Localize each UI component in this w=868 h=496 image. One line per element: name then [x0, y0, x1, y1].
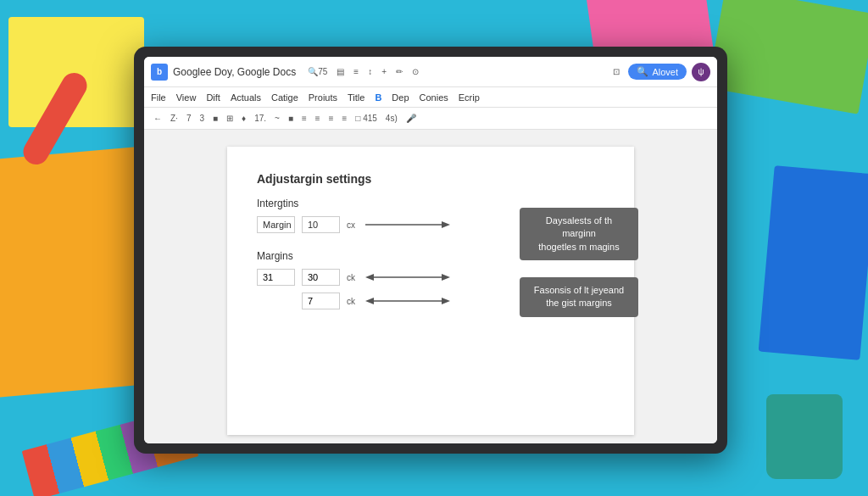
section1-unit: cx [347, 220, 355, 230]
menu-title[interactable]: Title [348, 92, 364, 103]
section1-label-field: Margin [257, 216, 295, 233]
section2-unit2: ck [347, 297, 355, 306]
menu-dep[interactable]: Dep [392, 92, 409, 103]
ts-3[interactable]: 3 [197, 113, 207, 124]
search-label: Alovet [652, 67, 678, 77]
section2-val2[interactable]: 30 [302, 269, 340, 286]
menu-catige[interactable]: Catige [271, 92, 298, 103]
menu-ecrip[interactable]: Ecrip [459, 92, 480, 103]
menu-file[interactable]: File [151, 92, 166, 103]
format-btn1[interactable]: ▤ [333, 65, 348, 78]
ts-align4[interactable]: ≡ [340, 113, 350, 124]
font-bold-b[interactable]: B [375, 92, 381, 103]
format-btn4[interactable]: + [378, 65, 390, 78]
search-icon: 🔍 [637, 66, 648, 77]
ts-back[interactable]: ← [151, 113, 164, 124]
search-button[interactable]: 🔍 Alovet [628, 64, 687, 80]
menu-bar: File View Dift Actuals Catige Proiuts Ti… [144, 87, 717, 108]
ts-undo[interactable]: Z· [168, 113, 181, 124]
doc-heading: Adjustargin settings [257, 172, 604, 186]
menu-actuals[interactable]: Actuals [231, 92, 261, 103]
svg-marker-7 [442, 298, 450, 304]
doc-page: Adjustargin settings Intergtins Margin 1… [227, 147, 634, 435]
tooltip-box-1: Daysalests of th marginn thogetles m mag… [520, 208, 638, 260]
doc-title: Googlee Doy, Google Docs [173, 66, 296, 78]
ts-diamond[interactable]: ♦ [239, 113, 248, 124]
ts-grid[interactable]: ⊞ [224, 113, 236, 124]
menu-proiuts[interactable]: Proiuts [309, 92, 337, 103]
section1-arrow [365, 219, 450, 231]
tooltip-box-2: Fasonsis of lt jeyeand the gist margins [520, 277, 638, 317]
section2-val1[interactable]: 31 [257, 269, 295, 286]
section2-val3[interactable]: 7 [302, 293, 340, 309]
menu-dift[interactable]: Dift [206, 92, 220, 103]
svg-marker-5 [365, 298, 374, 304]
doc-area: Adjustargin settings Intergtins Margin 1… [144, 130, 717, 443]
window-btn[interactable]: ⊡ [609, 65, 623, 78]
section2-arrow2 [365, 295, 450, 307]
format-btn3[interactable]: ↕ [364, 65, 376, 78]
device-frame: b Googlee Doy, Google Docs 🔍 75 ▤ ≡ ↕ + … [134, 47, 727, 454]
zoom-icon: 🔍 [308, 67, 318, 76]
toolbar-icons: 🔍 75 ▤ ≡ ↕ + ✏ ⊙ [304, 65, 422, 78]
section2-arrow1 [365, 271, 450, 283]
bg-green [708, 0, 868, 114]
ts-17[interactable]: 17. [252, 113, 269, 124]
format-btn5[interactable]: ✏ [392, 65, 406, 78]
zoom-control[interactable]: 🔍 75 [304, 65, 331, 78]
bg-teal-cup [766, 394, 843, 479]
svg-marker-2 [365, 274, 374, 281]
toolbar-top: b Googlee Doy, Google Docs 🔍 75 ▤ ≡ ↕ + … [144, 57, 717, 87]
ts-align3[interactable]: ≡ [326, 113, 337, 124]
toolbar-secondary: ← Z· 7 3 ■ ⊞ ♦ 17. ~ ■ ≡ ≡ ≡ ≡ □ 415 4s)… [144, 108, 717, 130]
format-btn2[interactable]: ≡ [350, 65, 362, 78]
device-screen: b Googlee Doy, Google Docs 🔍 75 ▤ ≡ ↕ + … [144, 57, 717, 443]
ts-square[interactable]: ■ [210, 113, 220, 124]
menu-view[interactable]: View [176, 92, 197, 103]
ts-page[interactable]: □ 415 [353, 113, 380, 124]
ts-wave[interactable]: ~ [272, 113, 282, 124]
ts-4s[interactable]: 4s) [383, 113, 400, 124]
bg-blue-book [759, 165, 868, 360]
section2-unit1: ck [347, 273, 355, 282]
ts-mic[interactable]: 🎤 [403, 113, 419, 124]
format-btn6[interactable]: ⊙ [409, 65, 422, 78]
svg-marker-4 [442, 274, 450, 281]
ts-7[interactable]: 7 [184, 113, 194, 124]
ts-align1[interactable]: ≡ [299, 113, 309, 124]
section1-value-field[interactable]: 10 [302, 216, 340, 233]
svg-marker-1 [442, 221, 450, 228]
profile-avatar[interactable]: ψ [692, 63, 710, 81]
ts-align2[interactable]: ≡ [313, 113, 323, 124]
menu-conies[interactable]: Conies [420, 92, 448, 103]
ts-block[interactable]: ■ [286, 113, 296, 124]
docs-logo-icon: b [151, 64, 168, 81]
